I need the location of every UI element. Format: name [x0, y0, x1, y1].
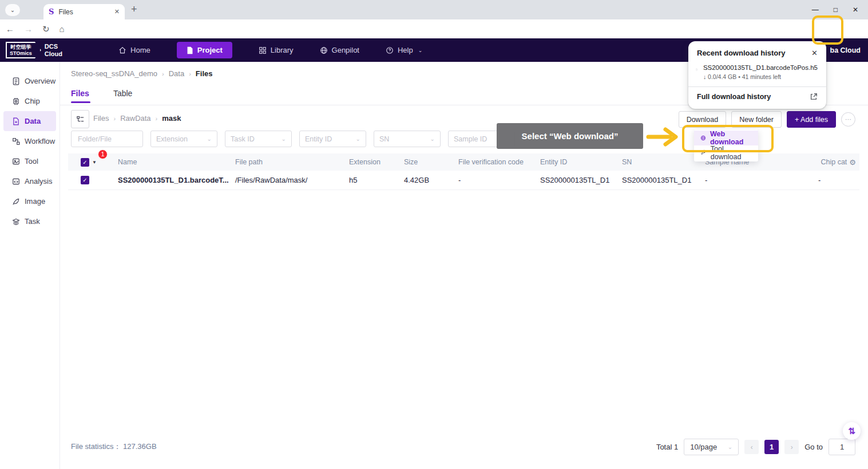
- logo-badge-bottom: STOmics: [10, 50, 32, 57]
- chevron-down-icon: ⌄: [207, 136, 212, 142]
- browser-home-button[interactable]: ⌂: [60, 24, 65, 34]
- tab-table[interactable]: Table: [113, 89, 132, 103]
- nav-item-home[interactable]: Home: [118, 46, 150, 54]
- nav-item-label: Home: [130, 46, 150, 54]
- path-rawdata[interactable]: RawData: [120, 114, 150, 123]
- transfer-sort-float-button[interactable]: ⇅: [843, 422, 861, 440]
- sidebar-item-label: Task: [25, 217, 40, 226]
- popup-close-icon[interactable]: ✕: [811, 49, 818, 57]
- tab-search-button[interactable]: ⌄: [5, 4, 20, 16]
- download-popup-file-item[interactable]: SS200000135TL_D1.barcodeToPos.h5 ↓ 0.0/4…: [688, 61, 826, 80]
- sidebar-item-image[interactable]: Image: [3, 191, 56, 211]
- header-verification: File verification code: [454, 158, 536, 166]
- new-tab-button[interactable]: +: [131, 3, 137, 15]
- navbar-right-partial-label[interactable]: ba Cloud: [830, 46, 861, 54]
- back-button[interactable]: ←: [6, 24, 14, 34]
- path-separator-icon: ›: [156, 115, 158, 122]
- minimize-button[interactable]: —: [812, 6, 819, 14]
- sidebar-item-analysis[interactable]: Analysis: [3, 171, 56, 191]
- header-chip-cat: Chip cat ⚙: [814, 158, 859, 167]
- task-id-filter[interactable]: Task ID ⌄: [225, 131, 292, 147]
- reload-button[interactable]: ↻: [42, 24, 50, 34]
- sidebar-item-overview[interactable]: Overview: [3, 71, 56, 91]
- header-size: Size: [400, 158, 454, 166]
- breadcrumb-project[interactable]: Stereo-seq_ssDNA_demo: [71, 69, 157, 78]
- full-download-history-link[interactable]: Full download history: [688, 87, 826, 108]
- header-name: Name: [114, 158, 231, 166]
- folder-file-input[interactable]: [77, 135, 137, 144]
- breadcrumb: Stereo-seq_ssDNA_demo › Data › Files: [71, 69, 212, 78]
- library-grid-icon: [259, 46, 267, 54]
- logo-prod-bottom: Cloud: [45, 50, 62, 58]
- dcs-cloud-wordmark: DCS Cloud: [45, 43, 62, 57]
- window-close-button[interactable]: ✕: [853, 6, 858, 14]
- filter-placeholder: Task ID: [231, 135, 255, 143]
- current-page-button[interactable]: 1: [764, 440, 779, 454]
- browser-tabstrip: ⌄ S Files ✕ + — □ ✕: [0, 0, 868, 19]
- select-caret-icon[interactable]: ▼: [92, 160, 97, 165]
- select-all-checkbox[interactable]: ✓: [81, 158, 89, 167]
- sidebar-item-label: Chip: [25, 97, 40, 105]
- external-link-icon: [810, 93, 818, 101]
- folder-file-filter[interactable]: [71, 131, 143, 147]
- row-verification: -: [454, 176, 536, 184]
- chevron-down-icon: ⌄: [356, 136, 360, 142]
- file-statistics-value: 127.36GB: [123, 442, 157, 451]
- row-sample-name: -: [701, 176, 814, 184]
- path-files[interactable]: Files: [93, 114, 109, 123]
- filter-placeholder: Sample ID: [454, 135, 487, 143]
- goto-page-input[interactable]: 1: [829, 439, 855, 455]
- row-name[interactable]: SS200000135TL_D1.barcodeT...: [114, 176, 231, 184]
- download-file-name: SS200000135TL_D1.barcodeToPos.h5: [703, 64, 818, 72]
- genpilot-globe-icon: [320, 46, 328, 54]
- column-settings-gear-icon[interactable]: ⚙: [849, 158, 856, 167]
- sidebar-item-data[interactable]: Data: [3, 111, 56, 131]
- tab-files[interactable]: Files: [71, 89, 89, 103]
- screenshot-root: ⌄ S Files ✕ + — □ ✕ ← → ↻ ⌂ cloud.stomic…: [0, 0, 868, 469]
- sidebar-item-chip[interactable]: Chip: [3, 91, 56, 111]
- annotation-tooltip: Select “Web download”: [497, 123, 643, 149]
- file-path-breadcrumb: Files › RawData › mask: [93, 114, 181, 123]
- annotation-arrow-icon: [646, 127, 681, 147]
- table-row[interactable]: ✓ SS200000135TL_D1.barcodeT... /Files/Ra…: [68, 171, 859, 190]
- sidebar-item-workflow[interactable]: Workflow: [3, 131, 56, 151]
- recent-download-popup: Recent download history ✕ SS200000135TL_…: [688, 41, 826, 109]
- sort-arrows-icon: ⇅: [848, 426, 855, 436]
- forward-button[interactable]: →: [24, 24, 33, 34]
- pagination-total: Total 1: [656, 443, 678, 451]
- nav-item-library[interactable]: Library: [259, 46, 294, 54]
- entity-id-filter[interactable]: Entity ID ⌄: [299, 131, 366, 147]
- ellipsis-icon: ⋯: [845, 116, 851, 123]
- maximize-button[interactable]: □: [834, 6, 838, 14]
- add-files-button[interactable]: + Add files: [787, 111, 836, 128]
- tool-icon: [12, 157, 20, 165]
- web-download-highlight-box: [682, 125, 774, 152]
- folder-tree-button[interactable]: [71, 110, 89, 128]
- breadcrumb-separator-icon: ›: [189, 70, 191, 77]
- browser-tab-files[interactable]: S Files ✕: [43, 4, 125, 19]
- chevron-down-icon: ⌄: [10, 7, 15, 13]
- breadcrumb-files: Files: [196, 69, 213, 78]
- sidebar-item-task[interactable]: Task: [3, 211, 56, 231]
- row-checkbox[interactable]: ✓: [81, 176, 89, 184]
- home-icon: [118, 46, 126, 54]
- extension-filter[interactable]: Extension ⌄: [150, 131, 217, 147]
- nav-item-help[interactable]: Help ⌄: [386, 46, 422, 54]
- nav-item-project[interactable]: Project: [177, 42, 232, 58]
- filter-placeholder: SN: [379, 135, 389, 143]
- tab-close-icon[interactable]: ✕: [114, 8, 120, 15]
- nav-item-label: Library: [271, 46, 294, 54]
- sidebar-item-tool[interactable]: Tool: [3, 151, 56, 171]
- sn-filter[interactable]: SN ⌄: [374, 131, 441, 147]
- per-page-select[interactable]: 10/page ⌄: [684, 439, 739, 455]
- filter-placeholder: Extension: [156, 135, 188, 143]
- goto-label: Go to: [804, 443, 823, 451]
- next-page-button[interactable]: ›: [784, 440, 799, 454]
- breadcrumb-data[interactable]: Data: [169, 69, 184, 78]
- nav-item-genpilot[interactable]: Genpilot: [320, 46, 359, 54]
- more-actions-button[interactable]: ⋯: [841, 112, 855, 127]
- prev-page-button[interactable]: ‹: [744, 440, 759, 454]
- header-extension: Extension: [345, 158, 400, 166]
- stomics-logo[interactable]: 时空组学 STOmics DCS Cloud: [6, 42, 62, 59]
- project-doc-icon: [187, 46, 193, 54]
